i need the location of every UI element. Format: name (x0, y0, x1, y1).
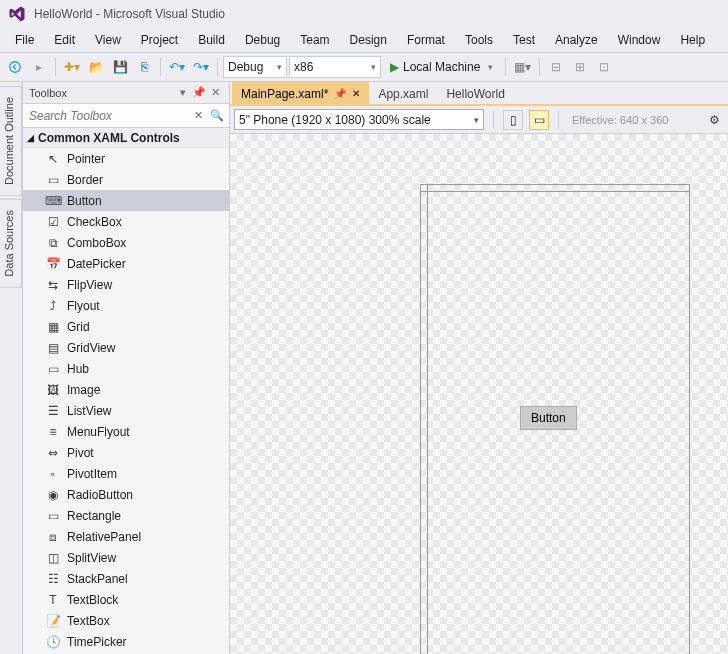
menu-format[interactable]: Format (397, 30, 455, 50)
save-button[interactable]: 💾 (109, 56, 131, 78)
panel-menu-icon[interactable]: ▾ (175, 85, 191, 101)
menu-tools[interactable]: Tools (455, 30, 503, 50)
toolbox-item-label: Rectangle (67, 509, 121, 523)
menu-test[interactable]: Test (503, 30, 545, 50)
toolbox-item-pivotitem[interactable]: ▫PivotItem (23, 463, 229, 484)
doc-tab-helloworld[interactable]: HelloWorld (437, 82, 513, 104)
toolbox-item-listview[interactable]: ☰ListView (23, 400, 229, 421)
menu-team[interactable]: Team (290, 30, 339, 50)
toolbox-item-textbox[interactable]: 📝TextBox (23, 610, 229, 631)
doc-tab-appxaml[interactable]: App.xaml (369, 82, 437, 104)
toolbox-item-flyout[interactable]: ⤴Flyout (23, 295, 229, 316)
menu-design[interactable]: Design (340, 30, 397, 50)
platform-combo[interactable]: x86▾ (289, 56, 381, 78)
toolbox-search-input[interactable] (27, 107, 190, 125)
toolbox-header: Toolbox ▾ 📌 ✕ (23, 82, 229, 104)
toolbox-item-combobox[interactable]: ⧉ComboBox (23, 232, 229, 253)
search-clear-icon[interactable]: ✕ (190, 108, 206, 124)
menu-bar: File Edit View Project Build Debug Team … (0, 28, 728, 52)
doc-tab-label: MainPage.xaml* (241, 87, 328, 101)
menu-project[interactable]: Project (131, 30, 188, 50)
align-2[interactable]: ⊞ (569, 56, 591, 78)
image-icon: 🖼 (45, 382, 61, 398)
listview-icon: ☰ (45, 403, 61, 419)
toolbox-item-menuflyout[interactable]: ≡MenuFlyout (23, 421, 229, 442)
toolbox-item-label: RadioButton (67, 488, 133, 502)
nav-back-button[interactable] (4, 56, 26, 78)
toolbox-item-border[interactable]: ▭Border (23, 169, 229, 190)
toolbox-item-label: Border (67, 173, 103, 187)
align-1[interactable]: ⊟ (545, 56, 567, 78)
toolbar-misc-1[interactable]: ▦▾ (511, 56, 534, 78)
menu-build[interactable]: Build (188, 30, 235, 50)
sidetab-data-sources[interactable]: Data Sources (0, 199, 22, 288)
undo-button[interactable]: ↶▾ (166, 56, 188, 78)
menu-debug[interactable]: Debug (235, 30, 290, 50)
radiobutton-icon: ◉ (45, 487, 61, 503)
menu-view[interactable]: View (85, 30, 131, 50)
toolbox-item-checkbox[interactable]: ☑CheckBox (23, 211, 229, 232)
toolbox-item-radiobutton[interactable]: ◉RadioButton (23, 484, 229, 505)
toolbox-item-grid[interactable]: ▦Grid (23, 316, 229, 337)
design-canvas[interactable]: Button (230, 134, 728, 654)
menuflyout-icon: ≡ (45, 424, 61, 440)
menu-edit[interactable]: Edit (44, 30, 85, 50)
toolbox-item-relativepanel[interactable]: ⧈RelativePanel (23, 526, 229, 547)
toolbox-item-datepicker[interactable]: 📅DatePicker (23, 253, 229, 274)
settings-button[interactable]: ⚙ (704, 110, 724, 130)
separator (160, 58, 161, 76)
config-combo[interactable]: Debug▾ (223, 56, 287, 78)
toolbox-item-pointer[interactable]: ↖Pointer (23, 148, 229, 169)
run-button[interactable]: ▶Local Machine▾ (383, 56, 500, 78)
toolbox-item-textblock[interactable]: TTextBlock (23, 589, 229, 610)
run-label: Local Machine (403, 60, 480, 74)
designer-toolbar: 5" Phone (1920 x 1080) 300% scale▾ ▯ ▭ E… (230, 106, 728, 134)
new-item-button[interactable]: ✚▾ (61, 56, 83, 78)
config-value: Debug (228, 60, 263, 74)
main-toolbar: ▸ ✚▾ 📂 💾 ⎘ ↶▾ ↷▾ Debug▾ x86▾ ▶Local Mach… (0, 52, 728, 82)
menu-file[interactable]: File (5, 30, 44, 50)
doc-tab-mainpage[interactable]: MainPage.xaml* 📌 ✕ (232, 82, 369, 104)
toolbox-item-timepicker[interactable]: 🕓TimePicker (23, 631, 229, 652)
toolbox-item-label: Image (67, 383, 100, 397)
toolbox-item-label: GridView (67, 341, 115, 355)
pin-icon[interactable]: 📌 (334, 88, 346, 99)
toolbox-item-rectangle[interactable]: ▭Rectangle (23, 505, 229, 526)
close-icon[interactable]: ✕ (207, 85, 223, 101)
toolbox-item-label: Pivot (67, 446, 94, 460)
portrait-button[interactable]: ▯ (503, 110, 523, 130)
close-icon[interactable]: ✕ (352, 88, 360, 99)
toolbox-group-common[interactable]: ◢Common XAML Controls (23, 128, 229, 148)
search-icon[interactable]: 🔍 (209, 108, 225, 124)
save-all-button[interactable]: ⎘ (133, 56, 155, 78)
pivotitem-icon: ▫ (45, 466, 61, 482)
main-area: Document Outline Data Sources Toolbox ▾ … (0, 82, 728, 654)
canvas-button-control[interactable]: Button (520, 406, 577, 430)
menu-window[interactable]: Window (608, 30, 671, 50)
toolbox-item-splitview[interactable]: ◫SplitView (23, 547, 229, 568)
toolbox-item-gridview[interactable]: ▤GridView (23, 337, 229, 358)
toolbox-item-flipview[interactable]: ⇆FlipView (23, 274, 229, 295)
toolbox-item-stackpanel[interactable]: ☷StackPanel (23, 568, 229, 589)
open-button[interactable]: 📂 (85, 56, 107, 78)
toolbox-item-image[interactable]: 🖼Image (23, 379, 229, 400)
svg-point-0 (10, 62, 21, 73)
toolbox-item-pivot[interactable]: ⇔Pivot (23, 442, 229, 463)
sidetab-document-outline[interactable]: Document Outline (0, 86, 22, 196)
landscape-button[interactable]: ▭ (529, 110, 549, 130)
redo-button[interactable]: ↷▾ (190, 56, 212, 78)
nav-forward-button[interactable]: ▸ (28, 56, 50, 78)
hub-icon: ▭ (45, 361, 61, 377)
menu-help[interactable]: Help (670, 30, 715, 50)
datepicker-icon: 📅 (45, 256, 61, 272)
pointer-icon: ↖ (45, 151, 61, 167)
separator (217, 58, 218, 76)
pin-icon[interactable]: 📌 (191, 85, 207, 101)
toolbox-item-button[interactable]: ⌨Button (23, 190, 229, 211)
menu-analyze[interactable]: Analyze (545, 30, 608, 50)
align-3[interactable]: ⊡ (593, 56, 615, 78)
toolbox-item-label: Flyout (67, 299, 100, 313)
toolbox-item-label: Hub (67, 362, 89, 376)
toolbox-item-hub[interactable]: ▭Hub (23, 358, 229, 379)
device-combo[interactable]: 5" Phone (1920 x 1080) 300% scale▾ (234, 109, 484, 130)
